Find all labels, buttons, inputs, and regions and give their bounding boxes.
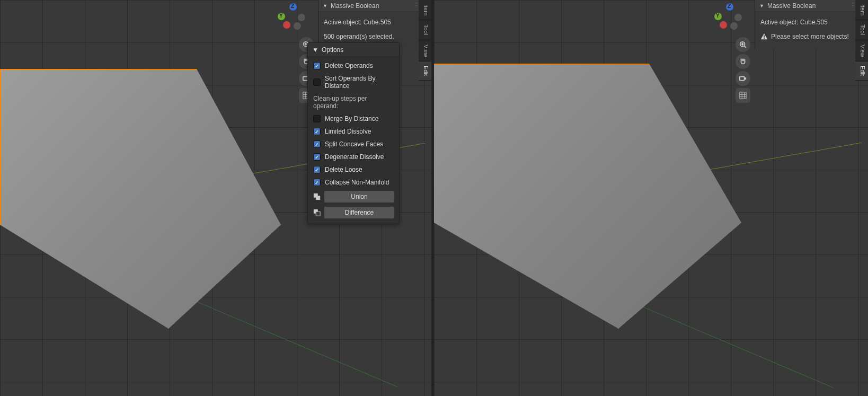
n-panel-left: ▼ Massive Boolean :::: Active object: Cu…: [318, 0, 419, 47]
svg-rect-11: [316, 196, 320, 200]
axis-z-label: Z: [291, 3, 294, 9]
panel-grip-icon[interactable]: ::::: [415, 1, 417, 7]
collapse-non-manifold-checkbox[interactable]: Collapse Non-Manifold: [310, 176, 397, 189]
axis-neg-ball-1: [734, 14, 742, 21]
grid-toggle-icon[interactable]: [736, 88, 750, 103]
sort-by-distance-label: Sort Operands By Distance: [325, 75, 394, 90]
tab-item[interactable]: Item: [855, 0, 868, 20]
svg-rect-19: [740, 92, 746, 99]
panel-header[interactable]: ▼ Massive Boolean ::::: [318, 0, 419, 12]
limited-dissolve-checkbox[interactable]: Limited Dissolve: [310, 125, 397, 138]
viewport-right[interactable]: Z Y ▼ Massive Boolean :::: Active object…: [434, 0, 868, 396]
warning-text: Please select more objects!: [771, 31, 849, 43]
split-concave-input[interactable]: [313, 140, 321, 148]
zoom-icon[interactable]: [736, 37, 750, 52]
axis-y-label: Y: [279, 13, 283, 19]
difference-icon: [312, 208, 322, 217]
delete-operands-checkbox[interactable]: Delete Operands: [310, 59, 397, 72]
axis-y-label: Y: [716, 13, 720, 19]
active-object-label: Active object: Cube.505: [760, 15, 850, 30]
limited-dissolve-label: Limited Dissolve: [325, 128, 371, 135]
sort-by-distance-checkbox[interactable]: Sort Operands By Distance: [310, 72, 397, 92]
delete-loose-label: Delete Loose: [325, 166, 362, 173]
orientation-gizmo[interactable]: Z Y: [278, 3, 309, 35]
options-header[interactable]: ▼ Options: [308, 43, 399, 57]
svg-rect-13: [316, 212, 320, 216]
warning-row: Please select more objects!: [760, 30, 850, 44]
split-concave-checkbox[interactable]: Split Concave Faces: [310, 138, 397, 151]
tab-edit[interactable]: Edit: [855, 61, 868, 81]
disclosure-triangle-icon: ▼: [312, 46, 318, 54]
panel-title: Massive Boolean: [767, 2, 816, 10]
sort-by-distance-input[interactable]: [313, 78, 321, 86]
tab-item[interactable]: Item: [419, 0, 431, 20]
tab-view[interactable]: View: [855, 40, 868, 62]
pan-icon[interactable]: [736, 54, 750, 69]
svg-rect-25: [764, 38, 765, 39]
limited-dissolve-input[interactable]: [313, 128, 321, 135]
warning-icon: [760, 33, 768, 40]
delete-operands-label: Delete Operands: [325, 62, 373, 69]
merge-by-distance-input[interactable]: [313, 115, 321, 122]
delete-loose-input[interactable]: [313, 166, 321, 173]
panel-header[interactable]: ▼ Massive Boolean ::::: [755, 0, 855, 12]
tab-tool[interactable]: Tool: [419, 20, 431, 40]
union-button[interactable]: Union: [324, 190, 395, 203]
collapse-non-manifold-input[interactable]: [313, 179, 321, 186]
options-title: Options: [322, 46, 343, 54]
n-panel-right: ▼ Massive Boolean :::: Active object: Cu…: [755, 0, 855, 49]
axis-x-ball: [283, 21, 290, 29]
cleanup-steps-label: Clean-up steps per operand:: [310, 92, 397, 112]
disclosure-triangle-icon: ▼: [323, 3, 327, 8]
delete-operands-input[interactable]: [313, 62, 321, 69]
panel-grip-icon[interactable]: ::::: [852, 1, 853, 7]
operands-selected-label: 500 operand(s) selected.: [324, 30, 413, 44]
degenerate-dissolve-label: Degenerate Dissolve: [325, 153, 384, 161]
merge-by-distance-label: Merge By Distance: [325, 115, 378, 122]
delete-loose-checkbox[interactable]: Delete Loose: [310, 163, 397, 176]
disclosure-triangle-icon: ▼: [759, 3, 764, 8]
active-object-label: Active object: Cube.505: [324, 15, 413, 30]
axis-neg-ball-1: [298, 14, 305, 21]
viewport-left[interactable]: Z Y ▼ Massive Boolean :::: Active object…: [0, 0, 434, 396]
svg-rect-24: [764, 36, 765, 38]
degenerate-dissolve-checkbox[interactable]: Degenerate Dissolve: [310, 151, 397, 163]
sidebar-tabs: Item Tool View Edit: [419, 0, 431, 81]
split-concave-label: Split Concave Faces: [325, 140, 383, 148]
camera-icon[interactable]: [736, 71, 750, 86]
axis-z-label: Z: [728, 3, 731, 9]
collapse-non-manifold-label: Collapse Non-Manifold: [325, 179, 389, 186]
orientation-gizmo[interactable]: Z Y: [714, 3, 746, 35]
union-icon: [312, 192, 322, 201]
svg-line-15: [745, 46, 747, 48]
axis-x-ball: [720, 21, 727, 29]
options-panel: ▼ Options Delete Operands Sort Operands …: [307, 42, 400, 224]
svg-rect-18: [740, 77, 745, 81]
axis-neg-ball-2: [730, 22, 738, 30]
tab-view[interactable]: View: [419, 40, 431, 62]
axis-neg-ball-2: [294, 22, 301, 30]
sidebar-tabs: Item Tool View Edit: [855, 0, 868, 81]
difference-button[interactable]: Difference: [324, 206, 395, 219]
tab-tool[interactable]: Tool: [855, 20, 868, 40]
degenerate-dissolve-input[interactable]: [313, 153, 321, 161]
merge-by-distance-checkbox[interactable]: Merge By Distance: [310, 112, 397, 125]
tab-edit[interactable]: Edit: [419, 61, 431, 81]
panel-title: Massive Boolean: [331, 2, 379, 10]
